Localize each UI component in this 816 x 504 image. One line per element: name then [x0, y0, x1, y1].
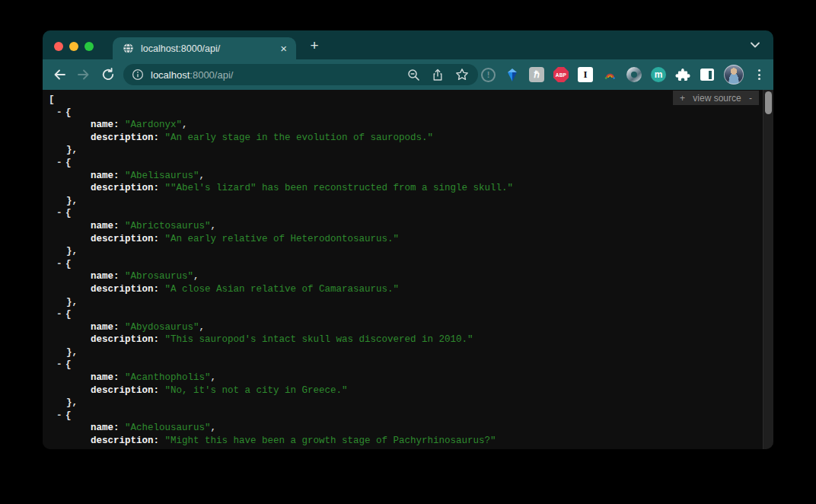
json-name-value: "Abrictosaurus": [125, 221, 211, 231]
scrollbar-thumb[interactable]: [765, 91, 772, 114]
json-description-value: "No, it's not a city in Greece.": [165, 385, 348, 396]
globe-favicon-icon: [123, 43, 134, 54]
browser-tab[interactable]: localhost:8000/api/ ×: [113, 37, 296, 59]
json-item-close: },: [43, 397, 773, 410]
collapse-all-button[interactable]: -: [749, 93, 752, 104]
json-name-value: "Acanthopholis": [125, 372, 211, 383]
json-prop-description: description: "No, it's not a city in Gre…: [43, 384, 773, 397]
window-controls: [54, 42, 94, 51]
browser-window: localhost:8000/api/ × +: [43, 30, 773, 449]
close-window-button[interactable]: [54, 42, 63, 51]
new-tab-button[interactable]: +: [304, 36, 324, 56]
json-description-value: "A close Asian relative of Camarasaurus.…: [165, 284, 400, 295]
url-path: :8000/api/: [190, 69, 233, 81]
json-prop-name: name: "Abydosaurus",: [43, 321, 773, 334]
json-item-open: -{: [43, 410, 773, 423]
collapse-toggle-icon[interactable]: -: [56, 258, 65, 271]
zoom-out-icon[interactable]: [407, 69, 420, 81]
json-prop-name: name: "Abrosaurus",: [43, 270, 773, 283]
minimize-window-button[interactable]: [69, 42, 78, 51]
extension-hbar-icon[interactable]: ℏ: [529, 67, 544, 82]
json-prop-description: description: "A close Asian relative of …: [43, 283, 773, 296]
collapse-toggle-icon[interactable]: -: [56, 107, 65, 120]
json-item-open: -{: [43, 157, 773, 170]
side-panel-icon[interactable]: [700, 67, 715, 82]
json-prop-name: name: "Aardonyx",: [43, 119, 773, 132]
json-name-value: "Achelousaurus": [125, 423, 211, 433]
extension-info-icon[interactable]: !: [481, 68, 496, 82]
json-description-value: "An early stage in the evolution of saur…: [165, 132, 434, 143]
url-host: localhost: [151, 69, 190, 81]
json-prop-description: description: "This sauropod's intact sku…: [43, 333, 773, 346]
json-name-value: "Abelisaurus": [125, 171, 199, 181]
scrollbar-track[interactable]: [763, 90, 773, 449]
chevron-down-icon[interactable]: [750, 40, 760, 49]
back-button[interactable]: [52, 67, 67, 82]
json-prop-description: description: "An early stage in the evol…: [43, 132, 773, 145]
profile-avatar[interactable]: [724, 65, 744, 85]
extensions-row: ! ℏ ABP I m: [481, 59, 765, 90]
json-prop-description: description: "Might this have been a gro…: [43, 435, 773, 448]
extension-gem-icon[interactable]: [505, 67, 520, 82]
json-item-close: },: [43, 346, 773, 359]
share-icon[interactable]: [432, 69, 444, 81]
collapse-toggle-icon[interactable]: -: [56, 410, 65, 423]
json-description-value: "This sauropod's intact skull was discov…: [165, 334, 473, 345]
extension-donut-icon[interactable]: [626, 67, 642, 82]
bookmark-star-icon[interactable]: [455, 68, 469, 81]
json-prop-description: description: "An early relative of Heter…: [43, 233, 773, 246]
extension-adblock-plus-icon[interactable]: ABP: [553, 67, 569, 82]
json-item-close: },: [43, 296, 773, 309]
extension-instapaper-icon[interactable]: I: [578, 67, 593, 82]
json-prop-name: name: "Achelousaurus",: [43, 422, 773, 435]
browser-toolbar: localhost:8000/api/: [43, 59, 773, 90]
collapse-toggle-icon[interactable]: -: [56, 308, 65, 321]
json-item-open: -{: [43, 359, 773, 372]
json-viewer-toolbar: + view source -: [673, 91, 759, 105]
extension-rainbow-icon[interactable]: [602, 67, 617, 82]
extensions-puzzle-icon[interactable]: [675, 67, 690, 82]
page-content: [ -{name: "Aardonyx",description: "An ea…: [43, 90, 773, 449]
forward-button[interactable]: [76, 67, 91, 82]
site-info-icon[interactable]: [132, 69, 144, 81]
json-description-value: "Might this have been a growth stage of …: [165, 435, 496, 446]
json-description-value: "An early relative of Heterodontosaurus.…: [165, 234, 400, 244]
json-item-open: -{: [43, 107, 773, 120]
json-item-open: -{: [43, 258, 773, 271]
json-item-close: },: [43, 245, 773, 258]
view-source-button[interactable]: view source: [693, 93, 741, 104]
json-item-open: -{: [43, 308, 773, 321]
url-text[interactable]: localhost:8000/api/: [151, 69, 407, 81]
json-array-open: [: [43, 94, 773, 107]
json-item-close: },: [43, 195, 773, 208]
json-item-close: },: [43, 448, 773, 449]
json-name-value: "Abrosaurus": [125, 271, 193, 282]
tab-bar: localhost:8000/api/ × +: [43, 30, 773, 59]
json-item-close: },: [43, 144, 773, 157]
json-item-open: -{: [43, 207, 773, 220]
collapse-toggle-icon[interactable]: -: [56, 207, 65, 220]
json-prop-name: name: "Abrictosaurus",: [43, 220, 773, 233]
json-prop-name: name: "Acanthopholis",: [43, 372, 773, 384]
reload-button[interactable]: [100, 67, 116, 82]
menu-kebab-icon[interactable]: [753, 67, 765, 82]
extension-m-icon[interactable]: m: [651, 67, 666, 82]
tab-close-icon[interactable]: ×: [279, 43, 288, 54]
tab-title: localhost:8000/api/: [141, 43, 279, 54]
json-name-value: "Aardonyx": [125, 120, 182, 130]
collapse-toggle-icon[interactable]: -: [56, 359, 65, 372]
json-prop-name: name: "Abelisaurus",: [43, 170, 773, 183]
json-description-value: ""Abel's lizard" has been reconstructed …: [165, 183, 514, 193]
json-name-value: "Abydosaurus": [125, 322, 199, 333]
expand-all-button[interactable]: +: [680, 93, 685, 104]
zoom-window-button[interactable]: [84, 42, 94, 51]
json-lines: [ -{name: "Aardonyx",description: "An ea…: [43, 90, 773, 449]
json-prop-description: description: ""Abel's lizard" has been r…: [43, 182, 773, 195]
collapse-toggle-icon[interactable]: -: [56, 157, 65, 170]
url-bar[interactable]: localhost:8000/api/: [123, 64, 478, 85]
